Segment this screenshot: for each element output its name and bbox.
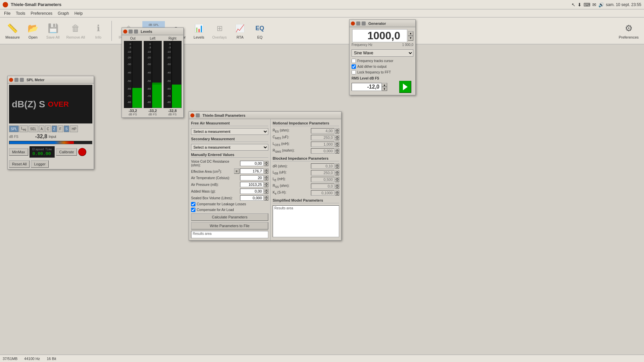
leakage-checkbox[interactable] bbox=[191, 202, 195, 206]
rss-down[interactable]: ▼ bbox=[335, 186, 339, 189]
free-air-dropdown[interactable]: Select a measurement bbox=[191, 128, 268, 135]
rsms-down[interactable]: ▼ bbox=[335, 151, 339, 154]
dr-up[interactable]: ▲ bbox=[335, 163, 339, 166]
voice-coil-up[interactable]: ▲ bbox=[264, 161, 268, 163]
menu-file[interactable]: File bbox=[1, 10, 13, 16]
dr-input[interactable] bbox=[311, 163, 334, 169]
air-load-checkbox[interactable] bbox=[191, 208, 195, 212]
rss-up[interactable]: ▲ bbox=[335, 184, 339, 186]
leb-down[interactable]: ▼ bbox=[335, 173, 339, 175]
box-volume-down[interactable]: ▼ bbox=[264, 198, 268, 201]
dr-down[interactable]: ▼ bbox=[335, 166, 339, 169]
ke-down[interactable]: ▼ bbox=[335, 193, 339, 196]
open-button[interactable]: 📂 Open bbox=[24, 21, 42, 41]
gen-freq-down[interactable]: ▼ bbox=[408, 36, 413, 41]
write-button[interactable]: Write Parameters to File bbox=[191, 222, 268, 229]
spl-meter-close[interactable] bbox=[9, 78, 13, 82]
rsms-input[interactable] bbox=[311, 148, 334, 154]
spl-btn-a[interactable]: A bbox=[39, 125, 45, 132]
levels-close[interactable] bbox=[123, 30, 127, 34]
menu-preferences[interactable]: Preferences bbox=[28, 10, 55, 16]
lock-fft-checkbox[interactable] bbox=[352, 70, 356, 74]
air-temp-up[interactable]: ▲ bbox=[264, 175, 268, 178]
add-dither-checkbox[interactable] bbox=[352, 64, 356, 69]
lces-down[interactable]: ▼ bbox=[335, 144, 339, 147]
added-mass-down[interactable]: ▼ bbox=[264, 191, 268, 194]
spl-btn-hp[interactable]: HP bbox=[70, 125, 78, 132]
box-volume-up[interactable]: ▲ bbox=[264, 195, 268, 198]
save-all-button[interactable]: 💾 Save All bbox=[44, 21, 62, 41]
spl-meter-min[interactable] bbox=[14, 78, 18, 82]
rta-button[interactable]: 📈 RTA bbox=[231, 21, 249, 41]
cmes-input[interactable] bbox=[311, 135, 334, 140]
gen-waveform-select[interactable]: Sine Wave Square Wave White Noise Pink N… bbox=[352, 49, 413, 57]
res-input[interactable] bbox=[311, 128, 334, 134]
spl-btn-f[interactable]: F bbox=[58, 125, 63, 132]
air-pressure-down[interactable]: ▼ bbox=[264, 185, 268, 187]
air-pressure-up[interactable]: ▲ bbox=[264, 182, 268, 185]
leb-up[interactable]: ▲ bbox=[335, 170, 339, 173]
info-button[interactable]: ℹ Info bbox=[89, 21, 107, 41]
ts-close[interactable] bbox=[190, 113, 194, 117]
secondary-dropdown[interactable]: Select a measurement bbox=[191, 144, 268, 151]
levels-button[interactable]: 📊 Levels bbox=[190, 21, 208, 41]
le-down[interactable]: ▼ bbox=[335, 179, 339, 182]
spl-btn-z[interactable]: Z bbox=[52, 125, 57, 132]
spl-btn-c[interactable]: C bbox=[45, 125, 51, 132]
logger-button[interactable]: Logger bbox=[31, 160, 48, 168]
generator-max[interactable] bbox=[362, 21, 366, 25]
added-mass-input[interactable] bbox=[240, 189, 264, 194]
ke-input[interactable] bbox=[311, 190, 334, 196]
air-temp-down[interactable]: ▼ bbox=[264, 178, 268, 180]
spl-btn-leq[interactable]: Leq bbox=[19, 125, 28, 132]
lces-input[interactable] bbox=[311, 142, 334, 147]
eq-button[interactable]: EQ EQ bbox=[250, 21, 269, 41]
spl-btn-spl[interactable]: SPL bbox=[9, 125, 19, 132]
leb-input[interactable] bbox=[311, 170, 334, 175]
overlays-button[interactable]: ⊞ Overlays bbox=[210, 21, 229, 41]
effective-area-icon[interactable]: ≡ bbox=[234, 168, 239, 174]
generator-min[interactable] bbox=[356, 21, 360, 25]
cmes-down[interactable]: ▼ bbox=[335, 138, 339, 140]
lces-up[interactable]: ▲ bbox=[335, 142, 339, 144]
remove-all-button[interactable]: 🗑 Remove All bbox=[64, 21, 88, 41]
freq-tracks-cursor-checkbox[interactable] bbox=[352, 59, 356, 63]
gen-play-button[interactable] bbox=[399, 81, 411, 93]
effective-area-input[interactable] bbox=[240, 168, 264, 174]
levels-min[interactable] bbox=[129, 30, 133, 34]
voice-coil-down[interactable]: ▼ bbox=[264, 163, 268, 166]
voice-coil-input[interactable] bbox=[240, 161, 264, 166]
levels-max[interactable] bbox=[134, 30, 138, 34]
ke-up[interactable]: ▲ bbox=[335, 190, 339, 193]
gen-freq-up[interactable]: ▲ bbox=[408, 31, 413, 36]
air-temp-input[interactable] bbox=[240, 175, 264, 180]
res-down[interactable]: ▼ bbox=[335, 131, 339, 134]
rss-input[interactable] bbox=[311, 184, 334, 189]
le-input[interactable] bbox=[311, 177, 334, 182]
generator-close[interactable] bbox=[351, 21, 355, 25]
box-volume-input[interactable] bbox=[240, 195, 264, 201]
record-button[interactable] bbox=[78, 148, 86, 156]
spl-btn-s[interactable]: S bbox=[64, 125, 70, 132]
le-up[interactable]: ▲ bbox=[335, 177, 339, 179]
air-pressure-input[interactable] bbox=[240, 182, 264, 187]
res-up[interactable]: ▲ bbox=[335, 128, 339, 131]
menu-tools[interactable]: Tools bbox=[13, 10, 28, 16]
calibrate-button[interactable]: Calibrate bbox=[56, 148, 77, 156]
effective-area-up[interactable]: ▲ bbox=[264, 168, 268, 171]
rsms-up[interactable]: ▲ bbox=[335, 148, 339, 151]
calculate-button[interactable]: Calculate Parameters bbox=[191, 213, 268, 221]
gen-rms-up[interactable]: ▲ bbox=[382, 83, 387, 87]
ts-min[interactable] bbox=[196, 113, 200, 117]
menu-help[interactable]: Help bbox=[72, 10, 85, 16]
added-mass-up[interactable]: ▲ bbox=[264, 189, 268, 191]
measure-button[interactable]: 📏 Measure bbox=[3, 21, 22, 41]
min-max-button[interactable]: MinMax bbox=[9, 148, 28, 156]
preferences-button[interactable]: ⚙ Preferences bbox=[616, 21, 641, 41]
menu-graph[interactable]: Graph bbox=[55, 10, 72, 16]
spl-btn-sel[interactable]: SEL bbox=[29, 125, 38, 132]
cmes-up[interactable]: ▲ bbox=[335, 135, 339, 138]
reset-all-button[interactable]: Reset All bbox=[9, 160, 30, 168]
spl-meter-max[interactable] bbox=[20, 78, 24, 82]
effective-area-down[interactable]: ▼ bbox=[264, 171, 268, 174]
